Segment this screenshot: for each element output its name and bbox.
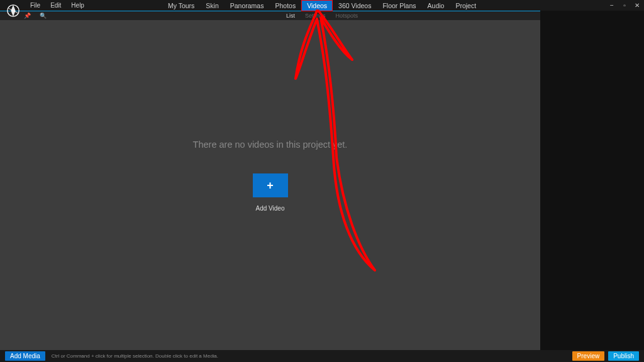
minimize-icon[interactable]: − xyxy=(609,2,615,9)
main-tabs: My Tours Skin Panoramas Photos Videos 36… xyxy=(162,0,482,11)
file-menu: File Edit Help xyxy=(25,1,89,10)
tab-panoramas[interactable]: Panoramas xyxy=(225,0,270,11)
tab-360-videos[interactable]: 360 Videos xyxy=(333,0,377,11)
publish-button[interactable]: Publish xyxy=(608,351,639,361)
tab-project[interactable]: Project xyxy=(450,0,482,11)
window-controls: − ▫ ✕ xyxy=(609,2,640,9)
close-icon[interactable]: ✕ xyxy=(634,2,640,9)
tab-audio[interactable]: Audio xyxy=(422,0,450,11)
add-video-block: + Add Video xyxy=(253,173,288,212)
tab-skin[interactable]: Skin xyxy=(200,0,224,11)
search-icon[interactable]: 🔍 xyxy=(40,13,47,19)
right-panel xyxy=(540,11,644,350)
menu-file[interactable]: File xyxy=(25,1,45,10)
menu-edit[interactable]: Edit xyxy=(45,1,66,10)
footer: Add Media Ctrl or Command + click for mu… xyxy=(0,350,644,362)
tab-floor-plans[interactable]: Floor Plans xyxy=(377,0,421,11)
plus-icon: + xyxy=(267,179,274,192)
sub-tabs: List Settings Hotspots xyxy=(286,13,358,19)
subtab-list[interactable]: List xyxy=(286,13,295,19)
footer-hint: Ctrl or Command + click for multiple sel… xyxy=(52,353,218,359)
add-video-label: Add Video xyxy=(256,205,285,212)
add-video-button[interactable]: + xyxy=(253,173,288,197)
tab-photos[interactable]: Photos xyxy=(269,0,301,11)
app-logo xyxy=(5,2,21,19)
preview-button[interactable]: Preview xyxy=(572,351,605,361)
tab-videos[interactable]: Videos xyxy=(301,0,333,11)
add-media-button[interactable]: Add Media xyxy=(5,351,45,361)
tab-my-tours[interactable]: My Tours xyxy=(162,0,200,11)
menubar: File Edit Help My Tours Skin Panoramas P… xyxy=(0,0,644,11)
pin-icon[interactable]: 📌 xyxy=(24,13,31,19)
subtab-settings: Settings xyxy=(305,13,326,19)
menu-help[interactable]: Help xyxy=(66,1,89,10)
maximize-icon[interactable]: ▫ xyxy=(621,2,628,9)
footer-right: Preview Publish xyxy=(572,351,639,361)
subtab-hotspots: Hotspots xyxy=(336,13,358,19)
logo-icon xyxy=(6,4,20,18)
empty-state-message: There are no videos in this project yet. xyxy=(193,140,348,150)
content-area: There are no videos in this project yet.… xyxy=(0,20,540,350)
